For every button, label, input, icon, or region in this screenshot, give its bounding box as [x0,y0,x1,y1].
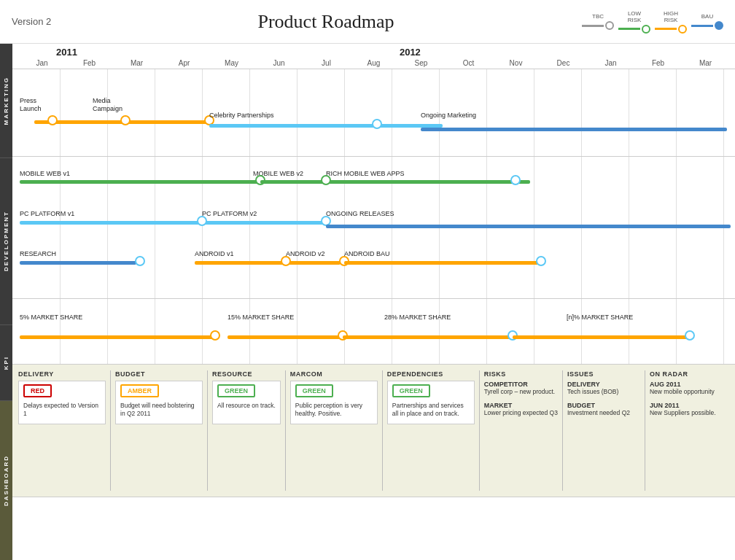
resource-badge: GREEN [217,384,255,397]
radar-aug-title: AUG 2011 [650,381,723,388]
legend: TBC LOWRISK HIGHRISK [582,10,723,34]
legend-low-risk-label: LOWRISK [628,10,642,23]
sep5 [479,370,480,491]
sep1 [110,370,111,491]
month-aug-2011: Aug [350,59,397,67]
marcom-header: MARCOM [290,370,378,378]
dashboard-risks-col: RISKS COMPETITOR Tyrell corp – new produ… [484,370,558,420]
research-bar [20,261,136,265]
year-2011: 2011 [56,47,77,58]
kpi-n-milestone [685,330,695,341]
android-bau-bar [344,261,545,265]
delivery-badge: RED [23,384,52,397]
sep2 [207,370,208,491]
year-2012: 2012 [400,47,421,58]
sidebar-dashboard-label: DASHBOARD [3,455,9,506]
risk-competitor-text: Tyrell corp – new product. [484,388,558,396]
grid-nov [534,69,534,156]
resource-header: RESOURCE [212,370,281,378]
dev-grid-apr [202,157,203,298]
pc-v1-milestone [197,216,207,226]
press-launch-label: PressLaunch [20,97,42,113]
android-v1-bar [195,261,341,265]
mobile-web-apps-milestone [321,175,331,185]
legend-high-risk: HIGHRISK [655,10,687,34]
kpi-section: 5% MARKET SHARE 15% MARKET SHARE 28% MAR… [12,299,735,365]
media-campaign-label: MediaCampaign [93,97,122,113]
month-oct-2011: Oct [445,59,492,67]
sidebar-kpi-label: KPI [3,356,9,370]
budget-card: AMBER Budget will need bolstering in Q2 … [115,381,203,424]
risk-market: MARKET Lower pricing expected Q3 [484,402,558,417]
marcom-badge: GREEN [295,384,333,397]
kpi-grid-sep [439,299,440,364]
dashboard-budget-col: BUDGET AMBER Budget will need bolstering… [115,370,203,424]
dependencies-card: GREEN Partnerships and services all in p… [387,381,475,424]
dependencies-badge: GREEN [392,384,430,397]
resource-card: GREEN All resource on track. [212,381,281,424]
sep7 [645,370,645,491]
kpi-grid-may [249,299,250,364]
sidebar-marketing-label: MARKETING [3,77,9,125]
grid-oct [486,69,487,156]
dev-grid-jan [60,157,61,298]
android-bau-milestone [536,256,546,266]
content-area: 2011 2012 Jan Feb Mar Apr May Jun Jul Au… [12,44,735,560]
mobile-web-v1-label: MOBILE WEB v1 [20,170,70,177]
android-v1-milestone [281,256,291,266]
dashboard-section: DELIVERY RED Delays expected to Version … [12,365,735,497]
budget-badge: AMBER [120,384,159,397]
dashboard-delivery-col: DELIVERY RED Delays expected to Version … [18,370,106,424]
delivery-header: DELIVERY [18,370,106,378]
legend-tbc-segment [582,25,604,27]
main: MARKETING DEVELOPMENT KPI DASHBOARD 2011… [0,44,735,560]
marcom-text: Public perception is very healthy. Posit… [295,402,373,418]
dashboard-content: DELIVERY RED Delays expected to Version … [12,365,735,497]
grid-mar2 [723,69,724,156]
kpi-grid-dec [581,299,582,364]
risk-competitor-title: COMPETITOR [484,381,558,388]
sep4 [382,370,383,491]
legend-bau: BAU [691,13,723,30]
kpi-grid-nov [534,299,534,364]
legend-high-risk-line [655,25,687,34]
delivery-text: Delays expected to Version 1 [23,402,101,418]
kpi-grid-jan [60,299,61,364]
month-jul-2011: Jul [303,59,350,67]
dashboard-radar-col: ON RADAR AUG 2011 New mobile opportunity… [650,370,723,420]
kpi-grid-jun [297,299,298,364]
dependencies-header: DEPENDENCIES [387,370,475,378]
app-container: Version 2 Product Roadmap TBC LOWRISK HI… [0,0,735,560]
legend-tbc-line [582,21,614,30]
grid-jul [344,69,345,156]
kpi-n-bar [513,335,691,339]
celebrity-label: Celebrity Partnerships [209,112,274,119]
pc-platform-v2-label: PC PLATFORM v2 [202,210,257,217]
year-row: 2011 2012 [12,47,735,58]
radar-jun: JUN 2011 New Suppliers possible. [650,402,723,417]
kpi-grid-jan2 [629,299,629,364]
dev-grid-jun [297,157,298,298]
month-nov-2011: Nov [492,59,540,67]
issues-header: ISSUES [567,370,640,378]
radar-jun-text: New Suppliers possible. [650,409,723,417]
month-jan-2011: Jan [18,59,66,67]
grid-jan2 [629,69,629,156]
marketing-milestone-jan [47,115,58,125]
grid-jun [297,69,298,156]
marketing-blue-bar [421,128,727,131]
marcom-card: GREEN Public perception is very healthy.… [290,381,378,424]
header: Version 2 Product Roadmap TBC LOWRISK HI… [0,0,735,44]
legend-low-risk-dot [642,25,650,34]
radar-aug: AUG 2011 New mobile opportunity [650,381,723,396]
kpi-canvas: 5% MARKET SHARE 15% MARKET SHARE 28% MAR… [12,299,735,364]
budget-text: Budget will need bolstering in Q2 2011 [120,402,198,418]
dashboard-resource-col: RESOURCE GREEN All resource on track. [212,370,281,424]
radar-jun-title: JUN 2011 [650,402,723,409]
resource-text: All resource on track. [217,402,276,410]
kpi-grid-mar [155,299,155,364]
risk-market-title: MARKET [484,402,558,409]
month-feb-2012: Feb [634,59,682,67]
pc-platform-v1-bar [20,221,326,225]
dashboard-dependencies-col: DEPENDENCIES GREEN Partnerships and serv… [387,370,475,424]
